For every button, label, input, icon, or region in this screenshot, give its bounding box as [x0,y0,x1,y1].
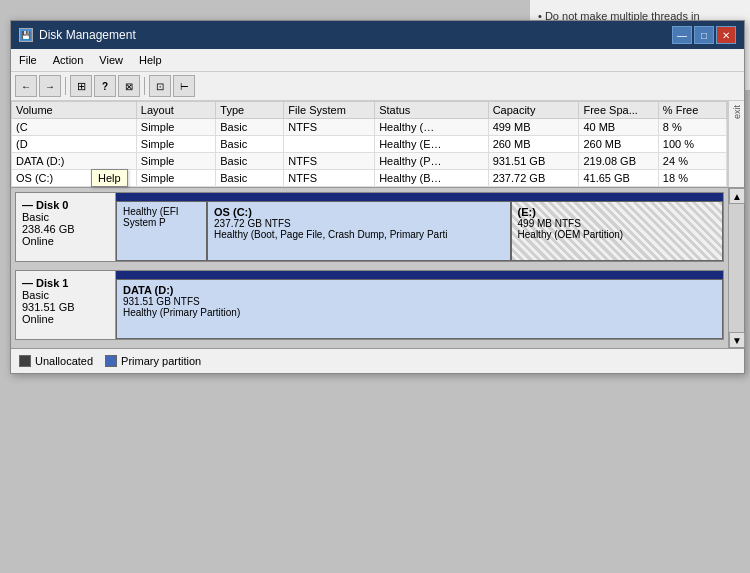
partition-name: (E:) [518,206,716,218]
unallocated-swatch [19,355,31,367]
menu-bar: File Action View Help [11,49,744,72]
partition-size: 237.72 GB NTFS [214,218,504,229]
table-cell-2: Basic [216,153,284,170]
disk-type: Basic [22,289,109,301]
table-row[interactable]: (DSimpleBasicHealthy (E…260 MB260 MB100 … [12,136,727,153]
help-button[interactable]: ? [94,75,116,97]
disk-partitions: Healthy (EFI System POS (C:)237.72 GB NT… [116,193,723,261]
title-bar-left: 💾 Disk Management [19,28,136,42]
disk-header-bar [116,271,723,279]
table-cell-3: NTFS [284,170,375,187]
col-header-filesystem[interactable]: File System [284,102,375,119]
partition[interactable]: Healthy (EFI System P [116,201,207,261]
scroll-up-button[interactable]: ▲ [729,188,745,204]
disk-type: Basic [22,211,109,223]
partition-size: 931.51 GB NTFS [123,296,716,307]
right-sidebar: exit [728,101,744,187]
menu-action[interactable]: Action [45,51,92,69]
table-cell-5: 931.51 GB [488,153,579,170]
col-header-freespace[interactable]: Free Spa... [579,102,658,119]
window-icon: 💾 [19,28,33,42]
disk-view-button[interactable]: ⊡ [149,75,171,97]
disk-status: Online [22,313,109,325]
col-header-freepct[interactable]: % Free [658,102,726,119]
unallocated-label: Unallocated [35,355,93,367]
col-header-layout[interactable]: Layout [136,102,215,119]
back-button[interactable]: ← [15,75,37,97]
partition-name: DATA (D:) [123,284,716,296]
table-cell-0: (D [12,136,137,153]
table-cell-7: 18 % [658,170,726,187]
table-cell-7: 8 % [658,119,726,136]
partition-status: Healthy (Primary Partition) [123,307,716,318]
help-tooltip: Help [91,169,128,187]
title-bar: 💾 Disk Management — □ ✕ [11,21,744,49]
partition[interactable]: DATA (D:)931.51 GB NTFSHealthy (Primary … [116,279,723,339]
disk-management-window: 💾 Disk Management — □ ✕ File Action View… [10,20,745,374]
table-cell-2: Basic [216,119,284,136]
toolbar-separator-2 [144,77,145,95]
table-cell-4: Healthy (E… [375,136,488,153]
primary-label: Primary partition [121,355,201,367]
table-cell-6: 260 MB [579,136,658,153]
table-cell-3: NTFS [284,119,375,136]
status-bar: Unallocated Primary partition [11,348,744,373]
menu-view[interactable]: View [91,51,131,69]
table-cell-2: Basic [216,170,284,187]
table-row[interactable]: (CSimpleBasicNTFSHealthy (…499 MB40 MB8 … [12,119,727,136]
close-button[interactable]: ✕ [716,26,736,44]
table-cell-6: 219.08 GB [579,153,658,170]
minimize-button[interactable]: — [672,26,692,44]
disk-label: — Disk 1 Basic 931.51 GB Online [16,271,116,339]
disk-size: 931.51 GB [22,301,109,313]
toolbar: ← → ⊞ ? ⊠ ⊡ ⊢ [11,72,744,101]
scroll-track [729,204,744,332]
forward-button[interactable]: → [39,75,61,97]
partitions-row: DATA (D:)931.51 GB NTFSHealthy (Primary … [116,279,723,339]
table-cell-7: 100 % [658,136,726,153]
scroll-down-button[interactable]: ▼ [729,332,745,348]
disk-row: — Disk 0 Basic 238.46 GB OnlineHealthy (… [15,192,724,262]
table-cell-1: Simple [136,153,215,170]
vertical-scrollbar[interactable]: ▲ ▼ [728,188,744,348]
refresh-button[interactable]: ⊠ [118,75,140,97]
primary-swatch [105,355,117,367]
col-header-status[interactable]: Status [375,102,488,119]
partition-size: Healthy (EFI System P [123,206,200,228]
exit-label: exit [732,105,742,119]
table-row[interactable]: DATA (D:)SimpleBasicNTFSHealthy (P…931.5… [12,153,727,170]
menu-file[interactable]: File [11,51,45,69]
disk-label: — Disk 0 Basic 238.46 GB Online [16,193,116,261]
partitions-row: Healthy (EFI System POS (C:)237.72 GB NT… [116,201,723,261]
table-cell-0: (C [12,119,137,136]
table-cell-7: 24 % [658,153,726,170]
toolbar-separator-1 [65,77,66,95]
disk-graphic-section: — Disk 0 Basic 238.46 GB OnlineHealthy (… [11,188,744,348]
partition-status: Healthy (OEM Partition) [518,229,716,240]
menu-help[interactable]: Help [131,51,170,69]
col-header-type[interactable]: Type [216,102,284,119]
partition[interactable]: (E:)499 MB NTFSHealthy (OEM Partition) [511,201,723,261]
disk-size: 238.46 GB [22,223,109,235]
disk-name: — Disk 1 [22,277,109,289]
partition-name: OS (C:) [214,206,504,218]
table-cell-5: 260 MB [488,136,579,153]
table-cell-1: Simple [136,119,215,136]
properties-button[interactable]: ⊞ [70,75,92,97]
table-cell-2: Basic [216,136,284,153]
legend-primary: Primary partition [105,355,201,367]
table-cell-6: 40 MB [579,119,658,136]
table-cell-5: 499 MB [488,119,579,136]
partition[interactable]: OS (C:)237.72 GB NTFSHealthy (Boot, Page… [207,201,511,261]
maximize-button[interactable]: □ [694,26,714,44]
table-cell-0: DATA (D:) [12,153,137,170]
disk-graphic-area: — Disk 0 Basic 238.46 GB OnlineHealthy (… [11,188,728,348]
table-cell-5: 237.72 GB [488,170,579,187]
col-header-capacity[interactable]: Capacity [488,102,579,119]
partition-button[interactable]: ⊢ [173,75,195,97]
window-title: Disk Management [39,28,136,42]
title-controls: — □ ✕ [672,26,736,44]
partition-status: Healthy (Boot, Page File, Crash Dump, Pr… [214,229,504,240]
col-header-volume[interactable]: Volume [12,102,137,119]
partition-size: 499 MB NTFS [518,218,716,229]
